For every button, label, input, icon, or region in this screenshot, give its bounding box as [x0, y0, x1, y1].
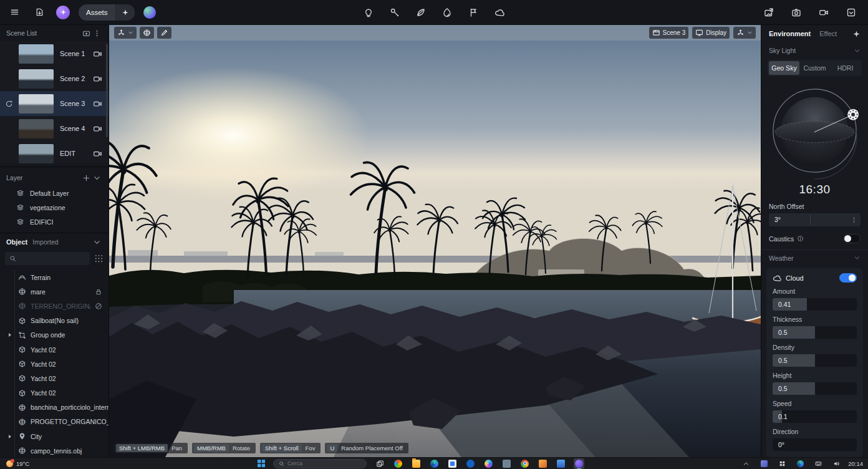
- tab-effect[interactable]: Effect: [819, 30, 837, 37]
- kebab-icon[interactable]: [851, 216, 857, 223]
- assets-ai-button[interactable]: [116, 4, 135, 21]
- display-button[interactable]: Display: [692, 27, 730, 39]
- sky-mode-tab[interactable]: HDRI: [830, 61, 861, 75]
- tab-environment[interactable]: Environment: [769, 30, 811, 37]
- scene-thumbnail[interactable]: [19, 44, 54, 64]
- scene-camera-icon[interactable]: [93, 124, 102, 133]
- taskbar-app-icon[interactable]: [375, 458, 385, 469]
- ai-orb-icon[interactable]: [143, 6, 156, 19]
- current-scene-button[interactable]: Scene 3: [649, 27, 689, 39]
- toolbar-tool-button[interactable]: [491, 4, 508, 21]
- taskbar-search-input[interactable]: [287, 460, 361, 467]
- clock[interactable]: 20:14: [848, 460, 863, 467]
- ai-sparkle-icon[interactable]: [852, 30, 861, 38]
- scene-thumbnail[interactable]: [19, 144, 54, 163]
- object-item[interactable]: Yacht 02: [0, 357, 109, 371]
- sky-mode-tab[interactable]: Geo Sky: [769, 61, 799, 75]
- taskbar-app-icon[interactable]: [519, 458, 530, 469]
- taskbar-app-icon[interactable]: [465, 458, 476, 469]
- layer-item[interactable]: vegetazione: [0, 200, 109, 215]
- slider-handle[interactable]: [810, 215, 811, 225]
- object-search-input[interactable]: [19, 255, 85, 263]
- 3d-viewport[interactable]: Scene 3 Display Shift + LMB/RMB Pan: [109, 25, 761, 457]
- taskbar-app-icon[interactable]: [429, 458, 440, 469]
- world-coordinates-button[interactable]: [140, 27, 154, 39]
- render-tool-button[interactable]: [843, 4, 859, 21]
- object-filter-imported[interactable]: Imported: [32, 238, 58, 246]
- sky-mode-tab[interactable]: Custom: [799, 61, 830, 75]
- slider-track[interactable]: 0.41: [773, 298, 857, 311]
- slider-track[interactable]: 0.5: [773, 382, 857, 395]
- assets-button[interactable]: Assets: [79, 4, 135, 21]
- object-item[interactable]: Terrain: [0, 270, 109, 284]
- collapse-layer-button[interactable]: [92, 173, 102, 183]
- add-scene-button[interactable]: [81, 28, 92, 39]
- gizmo-dropdown[interactable]: [733, 27, 756, 39]
- taskbar-app-icon[interactable]: [447, 458, 458, 469]
- add-layer-button[interactable]: [81, 173, 92, 183]
- expand-arrow-icon[interactable]: [9, 333, 11, 337]
- scene-item[interactable]: Scene 3: [0, 91, 109, 116]
- tray-icon[interactable]: [759, 458, 769, 469]
- time-of-day-value[interactable]: 16:30: [761, 183, 868, 196]
- toolbar-tool-button[interactable]: [465, 4, 481, 21]
- tray-icon[interactable]: [813, 458, 824, 469]
- slider-track[interactable]: 0.5: [773, 354, 857, 367]
- object-item[interactable]: campo_tennis.obj: [0, 443, 109, 457]
- object-item[interactable]: Yacht 02: [0, 386, 109, 400]
- expand-arrow-icon[interactable]: [9, 435, 11, 438]
- view-mode-grid-button[interactable]: [94, 254, 104, 263]
- chevron-down-icon[interactable]: [854, 254, 861, 261]
- scene-list-scrollbar[interactable]: [106, 44, 108, 137]
- layer-item[interactable]: EDIFICI: [0, 215, 109, 229]
- slider-track[interactable]: 0.1: [773, 410, 857, 423]
- tray-icon[interactable]: [741, 458, 751, 469]
- north-offset-value[interactable]: 3°: [769, 216, 781, 223]
- render-tool-button[interactable]: [761, 4, 777, 21]
- object-item[interactable]: Sailboat(No sail): [0, 314, 109, 328]
- render-tool-button[interactable]: [816, 4, 832, 21]
- toolbar-tool-button[interactable]: [413, 4, 429, 21]
- object-item[interactable]: Yacht 02: [0, 342, 109, 357]
- render-tool-button[interactable]: [788, 4, 804, 21]
- scene-thumbnail[interactable]: [19, 94, 54, 114]
- taskbar-app-icon[interactable]: [556, 458, 566, 469]
- scene-item[interactable]: EDIT: [0, 141, 109, 163]
- collapse-object-button[interactable]: [92, 237, 102, 248]
- taskbar-weather-widget[interactable]: 19°C: [0, 460, 29, 467]
- object-item[interactable]: mare: [0, 284, 109, 299]
- scene-thumbnail[interactable]: [19, 69, 54, 89]
- chevron-down-icon[interactable]: [854, 47, 861, 54]
- cloud-toggle[interactable]: [839, 273, 857, 283]
- north-offset-input[interactable]: 3°: [769, 213, 861, 226]
- tray-icon[interactable]: [777, 458, 788, 469]
- object-item[interactable]: Yacht 02: [0, 371, 109, 385]
- toolbar-tool-button[interactable]: [360, 4, 377, 21]
- taskbar-app-icon[interactable]: [393, 458, 403, 469]
- import-model-button[interactable]: [31, 4, 47, 21]
- scene-camera-icon[interactable]: [93, 149, 102, 158]
- object-item[interactable]: PROGETTO_ORGANICO_B_...: [0, 415, 109, 429]
- caustics-toggle[interactable]: [843, 234, 861, 243]
- tray-icon[interactable]: [831, 458, 842, 469]
- ai-chat-button[interactable]: [56, 6, 70, 19]
- hidden-icon[interactable]: [95, 302, 102, 310]
- edit-brush-button[interactable]: [157, 27, 171, 39]
- sync-scene-icon[interactable]: [5, 100, 13, 108]
- move-tool-dropdown[interactable]: [114, 27, 137, 39]
- object-item[interactable]: banchina_porticciolo_intern...: [0, 400, 109, 415]
- start-button[interactable]: [258, 460, 265, 467]
- toolbar-tool-button[interactable]: [387, 4, 403, 21]
- lock-icon[interactable]: [95, 288, 102, 296]
- info-icon[interactable]: [797, 235, 804, 242]
- object-item[interactable]: Group onde: [0, 328, 109, 342]
- scene-item[interactable]: Scene 2: [0, 66, 109, 91]
- scene-camera-icon[interactable]: [93, 74, 102, 84]
- taskbar-app-icon[interactable]: [501, 458, 512, 469]
- toolbar-tool-button[interactable]: [439, 4, 455, 21]
- taskbar-app-icon[interactable]: [574, 458, 584, 469]
- taskbar-search-box[interactable]: [273, 459, 367, 468]
- hamburger-menu-button[interactable]: [6, 4, 22, 21]
- scene-list-menu-button[interactable]: [92, 28, 102, 39]
- scene-camera-icon[interactable]: [93, 49, 102, 59]
